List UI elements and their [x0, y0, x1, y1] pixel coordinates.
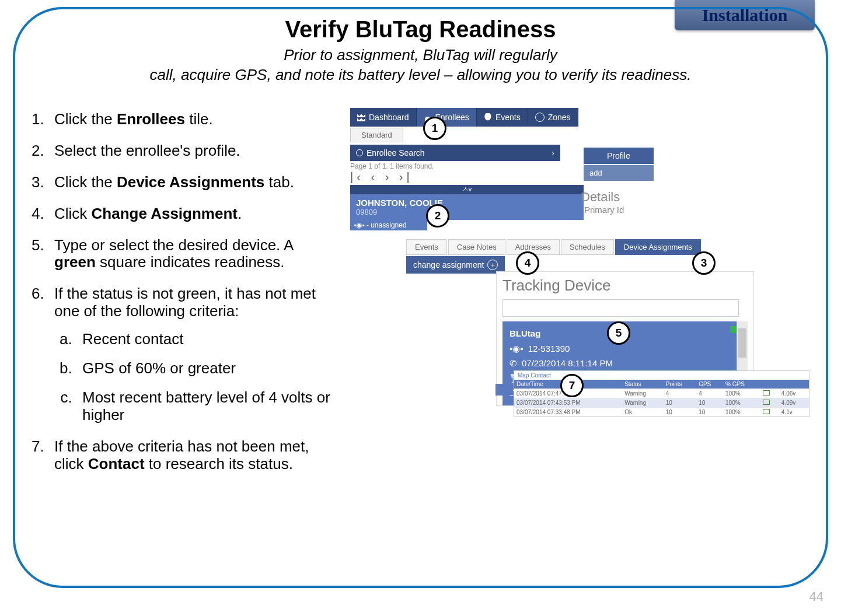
- change-assignment-button[interactable]: change assignment +: [406, 256, 505, 274]
- search-icon: [356, 149, 363, 156]
- step-7: If the above criteria has not been met, …: [48, 438, 333, 473]
- app-screenshot: Dashboard Enrollees Events Zones Standar…: [350, 108, 817, 487]
- page-title: Verify BluTag Readiness: [0, 16, 841, 43]
- callout-2: 2: [426, 204, 449, 228]
- add-button[interactable]: add: [584, 165, 654, 181]
- table-row[interactable]: 03/07/2014 07:47:50 PMWarning44100%4.06v: [514, 389, 809, 398]
- pin-icon: [484, 113, 492, 121]
- profile-button[interactable]: Profile: [584, 148, 654, 164]
- nav-zones[interactable]: Zones: [528, 108, 578, 127]
- details-panel: Details Primary Id: [581, 190, 624, 215]
- tracking-heading: Tracking Device: [502, 276, 748, 295]
- step-2: Select the enrollee's profile.: [48, 142, 333, 160]
- callout-4: 4: [516, 251, 539, 275]
- plus-icon: +: [487, 260, 498, 270]
- step-3: Click the Device Assignments tab.: [48, 174, 333, 191]
- device-input[interactable]: [502, 299, 739, 317]
- step-5: Type or select the desired device. A gre…: [48, 237, 333, 272]
- step-6a: Recent contact: [76, 331, 333, 348]
- enrollee-name: JOHNSTON, COOLIE: [356, 198, 578, 208]
- step-1: Click the Enrollees tile.: [48, 111, 333, 128]
- tab-case-notes[interactable]: Case Notes: [448, 239, 505, 255]
- phone-icon: ✆: [510, 356, 517, 371]
- enrollee-row[interactable]: JOHNSTON, COOLIE 09809: [350, 194, 584, 220]
- page-number: 44: [809, 589, 823, 604]
- enrollee-id: 09809: [356, 208, 578, 216]
- nav-events[interactable]: Events: [477, 108, 528, 127]
- zone-icon: [535, 113, 545, 122]
- details-heading: Details: [581, 190, 624, 205]
- table-row[interactable]: 03/07/2014 07:43:53 PMWarning1010100%4.0…: [514, 398, 809, 408]
- contact-grid: Map Contact Date/TimeStatusPointsGPS% GP…: [514, 370, 809, 417]
- table-row[interactable]: 03/07/2014 07:33:48 PMOk1010100%4.1v: [514, 408, 809, 417]
- callout-7: 7: [560, 374, 584, 397]
- primary-id-label: Primary Id: [584, 205, 624, 215]
- tab-schedules[interactable]: Schedules: [561, 239, 614, 255]
- enrollee-search[interactable]: Enrollee Search ›: [350, 145, 560, 161]
- grid-side: [495, 384, 513, 396]
- callout-3: 3: [692, 251, 716, 275]
- step-6: If the status is not green, it has not m…: [48, 285, 333, 424]
- step-4: Click Change Assignment.: [48, 205, 333, 223]
- nav-dashboard[interactable]: Dashboard: [350, 108, 417, 127]
- grid-tabs[interactable]: Map Contact: [518, 372, 551, 379]
- step-6c: Most recent battery level of 4 volts or …: [76, 389, 333, 424]
- step-6b: GPS of 60% or greater: [76, 360, 333, 377]
- callout-1: 1: [423, 117, 446, 140]
- callout-5: 5: [607, 321, 630, 345]
- chevron-right-icon: ›: [552, 148, 554, 158]
- tab-events[interactable]: Events: [406, 239, 447, 255]
- page-subtitle: Prior to assignment, BluTag will regular…: [0, 46, 841, 85]
- nav-bar: Dashboard Enrollees Events Zones: [350, 108, 817, 127]
- unassigned-badge: ▪◉▪ - unassigned: [350, 220, 427, 230]
- device-serial-row: ▪◉▪12-531390: [510, 341, 741, 356]
- grid-header: Date/TimeStatusPointsGPS% GPS: [514, 380, 809, 389]
- steps-list: Click the Enrollees tile. Select the enr…: [20, 111, 333, 487]
- device-time-row: ✆07/23/2014 8:11:14 PM: [510, 356, 741, 371]
- subtitle-line1: Prior to assignment, BluTag will regular…: [284, 46, 557, 64]
- device-icon: ▪◉▪: [510, 341, 524, 356]
- device-icon: ▪◉▪: [354, 221, 365, 229]
- profile-panel: Profile add: [584, 148, 654, 181]
- standard-dropdown[interactable]: Standard: [350, 128, 403, 142]
- tab-device-assignments[interactable]: Device Assignments: [615, 239, 701, 255]
- subtitle-line2: call, acquire GPS, and note its battery …: [150, 66, 692, 83]
- sort-bar[interactable]: ㅅv: [350, 185, 584, 194]
- dashboard-icon: [357, 113, 365, 121]
- sub-tabs: Events Case Notes Addresses Schedules De…: [406, 239, 701, 255]
